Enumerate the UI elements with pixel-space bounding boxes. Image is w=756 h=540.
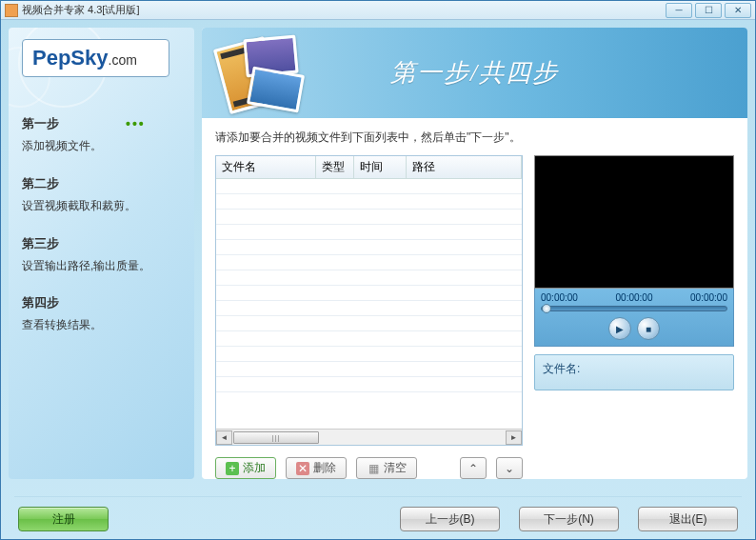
up-icon: ⌃: [468, 462, 478, 475]
logo: PepSky.com: [22, 39, 169, 77]
col-header-name[interactable]: 文件名: [216, 156, 316, 178]
col-header-time[interactable]: 时间: [354, 156, 407, 178]
bottom-right-buttons: 上一步(B) 下一步(N) 退出(E): [400, 507, 738, 531]
logo-suffix: .com: [109, 52, 137, 68]
register-label: 注册: [52, 511, 75, 528]
exit-label: 退出(E): [669, 511, 707, 528]
play-button[interactable]: ▶: [608, 317, 631, 340]
app-icon: [5, 4, 18, 17]
move-down-button[interactable]: ⌄: [496, 457, 523, 479]
preview-area: 00:00:00 00:00:00 00:00:00 ▶ ■: [534, 155, 734, 479]
clear-label: 清空: [384, 460, 407, 476]
down-icon: ⌄: [505, 462, 514, 475]
preview-slider[interactable]: [541, 306, 727, 311]
title-bar: 视频合并专家 4.3[试用版] ─ ☐ ✕: [1, 1, 755, 20]
scroll-right-button[interactable]: ►: [506, 430, 522, 445]
table-scrollbar[interactable]: ◄ ||| ►: [216, 429, 522, 445]
step-2-desc: 设置视频截取和裁剪。: [22, 198, 181, 214]
preview-controls: 00:00:00 00:00:00 00:00:00 ▶ ■: [534, 289, 734, 347]
move-up-button[interactable]: ⌃: [460, 457, 487, 479]
bottom-bar: 注册 上一步(B) 下一步(N) 退出(E): [1, 497, 755, 540]
step-3-title: 第三步: [22, 235, 181, 252]
next-label: 下一步(N): [544, 511, 594, 528]
bottom-left-buttons: 注册: [18, 507, 109, 531]
scroll-left-button[interactable]: ◄: [216, 430, 232, 445]
window-buttons: ─ ☐ ✕: [666, 3, 751, 18]
close-button[interactable]: ✕: [725, 3, 751, 18]
slider-knob[interactable]: [542, 304, 551, 313]
step-4-title: 第四步: [22, 294, 181, 311]
main-area: PepSky.com 第一步 添加视频文件。 第二步 设置视频截取和裁剪。 第三…: [1, 20, 755, 487]
header-thumbnails: [211, 23, 316, 123]
delete-icon: ✕: [296, 462, 309, 475]
content-row: 文件名 类型 时间 路径: [215, 155, 734, 479]
exit-button[interactable]: 退出(E): [638, 507, 738, 531]
step-3-desc: 设置输出路径,输出质量。: [22, 258, 181, 274]
col-header-type[interactable]: 类型: [316, 156, 354, 178]
preview-playback-buttons: ▶ ■: [541, 317, 727, 340]
stop-button[interactable]: ■: [637, 317, 660, 340]
step-2-title: 第二步: [22, 175, 181, 192]
minimize-button[interactable]: ─: [666, 3, 692, 18]
table-body[interactable]: [216, 179, 522, 429]
step-1-title: 第一步: [22, 115, 181, 132]
step-4-desc: 查看转换结果。: [22, 317, 181, 333]
logo-brand: PepSky: [32, 46, 109, 70]
instruction-text: 请添加要合并的视频文件到下面列表中，然后单击"下一步"。: [215, 130, 734, 146]
content-body: 请添加要合并的视频文件到下面列表中，然后单击"下一步"。 文件名 类型 时间 路…: [202, 118, 747, 479]
step-1[interactable]: 第一步 添加视频文件。: [22, 115, 181, 154]
scroll-thumb[interactable]: |||: [233, 431, 319, 444]
preview-video[interactable]: [534, 155, 734, 289]
prev-button[interactable]: 上一步(B): [400, 507, 500, 531]
col-header-path[interactable]: 路径: [407, 156, 522, 178]
table-action-buttons: + 添加 ✕ 删除 ▦ 清空: [215, 457, 523, 479]
step-list: 第一步 添加视频文件。 第二步 设置视频截取和裁剪。 第三步 设置输出路径,输出…: [22, 115, 181, 333]
add-button[interactable]: + 添加: [215, 457, 276, 479]
prev-label: 上一步(B): [426, 511, 475, 528]
step-1-desc: 添加视频文件。: [22, 138, 181, 154]
file-table-area: 文件名 类型 时间 路径: [215, 155, 523, 479]
delete-label: 删除: [313, 460, 336, 476]
app-window: 视频合并专家 4.3[试用版] ─ ☐ ✕ PepSky.com 第一步 添加视…: [0, 0, 756, 540]
file-table[interactable]: 文件名 类型 时间 路径: [215, 155, 523, 446]
maximize-button[interactable]: ☐: [695, 3, 722, 18]
add-icon: +: [226, 462, 239, 475]
delete-button[interactable]: ✕ 删除: [286, 457, 347, 479]
step-4[interactable]: 第四步 查看转换结果。: [22, 294, 181, 333]
content-area: 第一步/共四步 请添加要合并的视频文件到下面列表中，然后单击"下一步"。 文件名…: [202, 28, 747, 479]
preview-file-label: 文件名:: [543, 362, 580, 375]
clear-icon: ▦: [367, 462, 380, 475]
step-2[interactable]: 第二步 设置视频截取和裁剪。: [22, 175, 181, 214]
window-title: 视频合并专家 4.3[试用版]: [22, 3, 666, 17]
sidebar: PepSky.com 第一步 添加视频文件。 第二步 设置视频截取和裁剪。 第三…: [9, 28, 194, 479]
time-end: 00:00:00: [690, 292, 727, 303]
preview-times: 00:00:00 00:00:00 00:00:00: [541, 292, 727, 303]
preview-filename-box: 文件名:: [534, 354, 734, 390]
table-header: 文件名 类型 时间 路径: [216, 156, 522, 179]
time-current: 00:00:00: [616, 292, 653, 303]
header-banner: 第一步/共四步: [202, 28, 747, 118]
add-label: 添加: [243, 460, 266, 476]
clear-button[interactable]: ▦ 清空: [356, 457, 417, 479]
time-start: 00:00:00: [541, 292, 578, 303]
next-button[interactable]: 下一步(N): [519, 507, 619, 531]
register-button[interactable]: 注册: [18, 507, 109, 531]
step-3[interactable]: 第三步 设置输出路径,输出质量。: [22, 235, 181, 274]
